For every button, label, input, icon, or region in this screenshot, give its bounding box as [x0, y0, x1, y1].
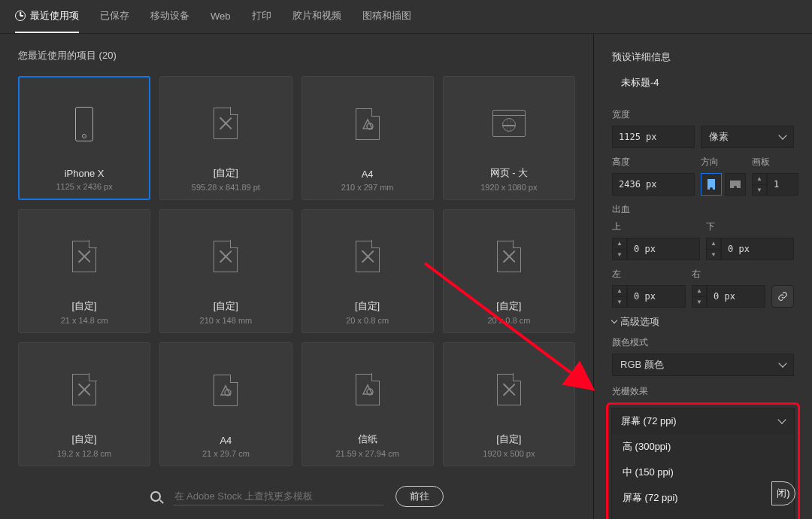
- color-mode-dropdown[interactable]: RGB 颜色: [612, 354, 794, 376]
- preset-icon: [72, 217, 96, 295]
- orientation-portrait-button[interactable]: [701, 173, 722, 196]
- bleed-left-stepper[interactable]: ▲▼: [612, 285, 627, 308]
- raster-effects-label: 光栅效果: [612, 385, 794, 398]
- preset-dimensions: 20 x 0.8 cm: [487, 316, 530, 325]
- preset-card[interactable]: 信纸21.59 x 27.94 cm: [301, 342, 434, 466]
- preset-card[interactable]: A421 x 29.7 cm: [159, 342, 292, 466]
- preset-card[interactable]: [自定]1920 x 500 px: [443, 342, 575, 466]
- tab-1[interactable]: 已保存: [100, 0, 129, 33]
- bleed-top-stepper[interactable]: ▲▼: [612, 238, 627, 260]
- orientation-landscape-button[interactable]: [725, 173, 746, 196]
- height-input[interactable]: 2436 px: [612, 173, 695, 196]
- preset-icon: [75, 85, 93, 163]
- preset-icon: [497, 351, 521, 428]
- bleed-top-label: 上: [612, 220, 700, 233]
- tab-4[interactable]: 打印: [252, 0, 271, 33]
- link-icon: [777, 291, 788, 302]
- bleed-left-input[interactable]: 0 px: [627, 285, 686, 308]
- raster-option[interactable]: 屏幕 (72 ppi)✓: [612, 485, 794, 511]
- preset-icon: [356, 84, 380, 164]
- preset-card[interactable]: iPhone X1125 x 2436 px: [18, 76, 150, 200]
- raster-option[interactable]: 中 (150 ppi): [612, 460, 794, 485]
- preset-title: [自定]: [72, 299, 97, 313]
- preset-icon: [72, 351, 96, 428]
- preset-dimensions: 1920 x 1080 px: [480, 183, 537, 192]
- bleed-top-input[interactable]: 0 px: [627, 238, 700, 260]
- tab-2[interactable]: 移动设备: [150, 0, 189, 33]
- templates-panel: 您最近使用的项目 (20) iPhone X1125 x 2436 px[自定]…: [0, 34, 594, 519]
- preset-icon: [356, 351, 380, 428]
- preset-icon: [214, 217, 238, 295]
- preset-card[interactable]: A4210 x 297 mm: [301, 76, 434, 200]
- tab-6[interactable]: 图稿和插图: [362, 0, 411, 33]
- preset-title: [自定]: [214, 299, 238, 313]
- preset-title: [自定]: [496, 432, 521, 446]
- advanced-options-toggle[interactable]: 高级选项: [612, 315, 794, 329]
- tab-label: 打印: [252, 9, 271, 23]
- bleed-bottom-stepper[interactable]: ▲▼: [706, 238, 721, 260]
- tab-label: Web: [211, 11, 231, 22]
- preset-card[interactable]: [自定]595.28 x 841.89 pt: [159, 76, 292, 200]
- tab-label: 图稿和插图: [362, 9, 411, 23]
- bleed-right-input[interactable]: 0 px: [707, 285, 765, 308]
- close-button-fragment[interactable]: 闭): [771, 481, 795, 505]
- raster-effects-dropdown[interactable]: 屏幕 (72 ppi) 高 (300ppi)中 (150 ppi)屏幕 (72 …: [611, 408, 795, 519]
- preset-title: 信纸: [358, 432, 377, 446]
- preset-title: [自定]: [355, 299, 380, 313]
- preset-dimensions: 19.2 x 12.8 cm: [57, 449, 111, 458]
- tab-5[interactable]: 胶片和视频: [292, 0, 341, 33]
- preset-name-field[interactable]: 未标题-4: [612, 73, 794, 98]
- clock-icon: [15, 11, 26, 21]
- chevron-down-icon: [611, 317, 617, 323]
- stock-go-button[interactable]: 前往: [395, 486, 444, 507]
- preset-title: [自定]: [214, 166, 238, 180]
- preset-card[interactable]: [自定]21 x 14.8 cm: [18, 209, 150, 333]
- width-input[interactable]: 1125 px: [612, 126, 695, 148]
- bleed-link-button[interactable]: [771, 285, 794, 308]
- height-label: 高度: [612, 156, 695, 168]
- stock-search-bar: 前往: [18, 474, 575, 519]
- bleed-right-label: 右: [692, 268, 765, 281]
- artboard-stepper[interactable]: ▲▼: [752, 173, 767, 196]
- orientation-label: 方向: [701, 156, 746, 168]
- preset-icon: [497, 217, 521, 295]
- artboard-count-input[interactable]: 1: [767, 173, 798, 196]
- color-mode-value: RGB 颜色: [620, 358, 664, 372]
- preset-title: [自定]: [496, 299, 521, 313]
- preset-title: [自定]: [72, 432, 97, 446]
- raster-option-label: 高 (300ppi): [623, 440, 671, 454]
- stock-search-input[interactable]: [173, 487, 383, 505]
- tab-label: 最近使用项: [30, 9, 79, 23]
- raster-option[interactable]: 36 ppi: [612, 511, 794, 519]
- preset-card[interactable]: [自定]20 x 0.8 cm: [301, 209, 434, 333]
- unit-value: 像素: [709, 130, 729, 144]
- bleed-right-stepper[interactable]: ▲▼: [692, 285, 707, 308]
- preset-card[interactable]: 网页 - 大1920 x 1080 px: [443, 76, 575, 200]
- preset-card[interactable]: [自定]19.2 x 12.8 cm: [18, 342, 150, 466]
- tab-3[interactable]: Web: [211, 0, 231, 33]
- preset-title: 网页 - 大: [490, 166, 529, 180]
- bleed-bottom-input[interactable]: 0 px: [721, 238, 794, 260]
- preset-card[interactable]: [自定]20 x 0.8 cm: [443, 209, 575, 333]
- unit-dropdown[interactable]: 像素: [701, 126, 794, 148]
- preset-icon: [492, 84, 526, 162]
- raster-option-label: 中 (150 ppi): [623, 466, 674, 479]
- preset-icon: [214, 351, 238, 430]
- preset-dimensions: 21 x 29.7 cm: [202, 449, 250, 458]
- bleed-left-label: 左: [612, 268, 686, 281]
- preset-title: A4: [362, 168, 374, 180]
- preset-card[interactable]: [自定]210 x 148 mm: [159, 209, 292, 333]
- raster-option-label: 屏幕 (72 ppi): [623, 491, 678, 505]
- preset-dimensions: 21 x 14.8 cm: [61, 316, 108, 325]
- category-tabs: 最近使用项已保存移动设备Web打印胶片和视频图稿和插图: [0, 0, 812, 34]
- bleed-bottom-label: 下: [706, 220, 794, 233]
- search-icon: [150, 491, 161, 502]
- preset-title: A4: [220, 435, 232, 446]
- raster-option[interactable]: 高 (300ppi): [612, 434, 794, 460]
- preset-icon: [214, 84, 238, 162]
- chevron-down-icon: [778, 131, 786, 139]
- tab-label: 胶片和视频: [292, 9, 341, 23]
- tab-label: 已保存: [100, 9, 129, 23]
- tab-0[interactable]: 最近使用项: [15, 0, 79, 33]
- preset-header: 预设详细信息: [612, 50, 794, 64]
